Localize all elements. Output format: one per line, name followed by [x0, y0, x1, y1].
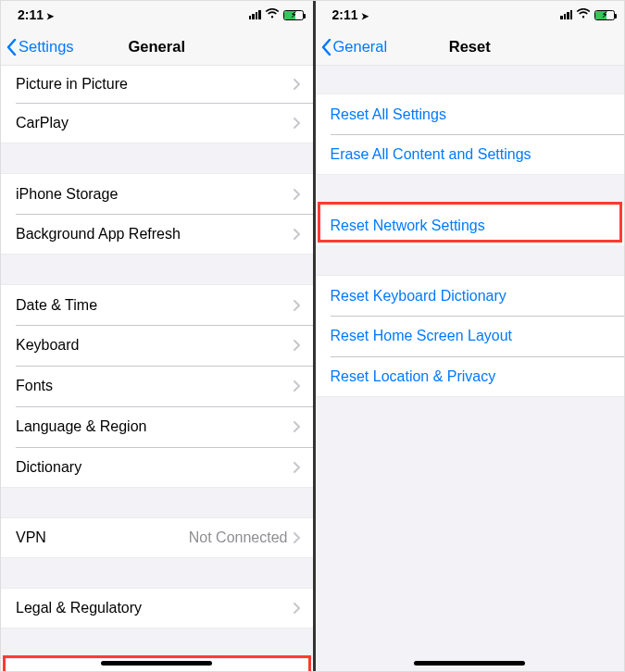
location-icon: ➤ — [46, 11, 54, 21]
back-label: Settings — [19, 38, 74, 56]
chevron-right-icon — [294, 300, 300, 311]
group-4: VPN Not Connected — [1, 517, 313, 558]
chevron-right-icon — [294, 340, 300, 351]
status-time: 2:11➤ — [18, 7, 54, 22]
chevron-right-icon — [294, 79, 300, 90]
group-2: iPhone Storage Background App Refresh — [1, 173, 313, 255]
row-legal-regulatory[interactable]: Legal & Regulatory — [1, 588, 313, 628]
row-language-region[interactable]: Language & Region — [1, 406, 313, 447]
nav-bar: Settings General — [1, 29, 313, 66]
home-indicator — [414, 661, 525, 666]
chevron-left-icon — [6, 39, 17, 56]
group-3: Date & Time Keyboard Fonts Language & Re… — [1, 284, 313, 488]
back-button[interactable]: General — [316, 38, 388, 56]
row-reset-network-settings[interactable]: Reset Network Settings — [316, 205, 625, 245]
chevron-right-icon — [294, 532, 300, 543]
phone-left: 2:11➤ ⚡︎ Settings General P — [1, 1, 313, 671]
row-picture-in-picture[interactable]: Picture in Picture — [1, 66, 313, 103]
phone-right: 2:11➤ ⚡︎ General Reset Rese — [313, 1, 625, 671]
content-left: Picture in Picture CarPlay iPhone Storag… — [1, 66, 313, 671]
row-iphone-storage[interactable]: iPhone Storage — [1, 173, 313, 214]
row-date-time[interactable]: Date & Time — [1, 284, 313, 325]
nav-bar: General Reset — [316, 29, 625, 66]
chevron-right-icon — [294, 462, 300, 473]
row-background-app-refresh[interactable]: Background App Refresh — [1, 214, 313, 255]
row-fonts[interactable]: Fonts — [1, 366, 313, 406]
chevron-left-icon — [321, 39, 331, 56]
group-2: Reset Network Settings — [316, 205, 625, 245]
chevron-right-icon — [294, 118, 300, 129]
chevron-right-icon — [294, 380, 300, 392]
chevron-right-icon — [294, 229, 300, 240]
chevron-right-icon — [294, 189, 300, 200]
cellular-icon — [560, 10, 572, 19]
row-dictionary[interactable]: Dictionary — [1, 447, 313, 488]
row-reset-keyboard-dictionary[interactable]: Reset Keyboard Dictionary — [316, 275, 625, 316]
wifi-icon — [265, 8, 280, 22]
home-indicator — [101, 661, 212, 666]
wifi-icon — [576, 8, 591, 22]
row-carplay[interactable]: CarPlay — [1, 103, 313, 143]
group-1: Picture in Picture CarPlay — [1, 66, 313, 143]
location-icon: ➤ — [361, 11, 369, 21]
back-label: General — [333, 38, 388, 56]
group-3: Reset Keyboard Dictionary Reset Home Scr… — [316, 275, 625, 397]
back-button[interactable]: Settings — [1, 38, 74, 56]
chevron-right-icon — [294, 421, 300, 432]
row-keyboard[interactable]: Keyboard — [1, 325, 313, 366]
content-right: Reset All Settings Erase All Content and… — [316, 66, 625, 671]
row-reset-home-screen-layout[interactable]: Reset Home Screen Layout — [316, 316, 625, 356]
vpn-status-value: Not Connected — [189, 529, 288, 546]
row-vpn[interactable]: VPN Not Connected — [1, 517, 313, 558]
group-5: Legal & Regulatory — [1, 588, 313, 628]
status-time: 2:11➤ — [332, 7, 369, 22]
row-erase-all-content[interactable]: Erase All Content and Settings — [316, 134, 625, 175]
chevron-right-icon — [294, 603, 300, 614]
status-bar: 2:11➤ ⚡︎ — [1, 1, 313, 29]
cellular-icon — [249, 10, 261, 19]
row-reset-location-privacy[interactable]: Reset Location & Privacy — [316, 356, 625, 397]
row-reset-all-settings[interactable]: Reset All Settings — [316, 93, 625, 134]
battery-icon: ⚡︎ — [283, 10, 304, 20]
status-bar: 2:11➤ ⚡︎ — [316, 1, 625, 29]
battery-icon: ⚡︎ — [594, 10, 615, 20]
group-1: Reset All Settings Erase All Content and… — [316, 93, 625, 175]
